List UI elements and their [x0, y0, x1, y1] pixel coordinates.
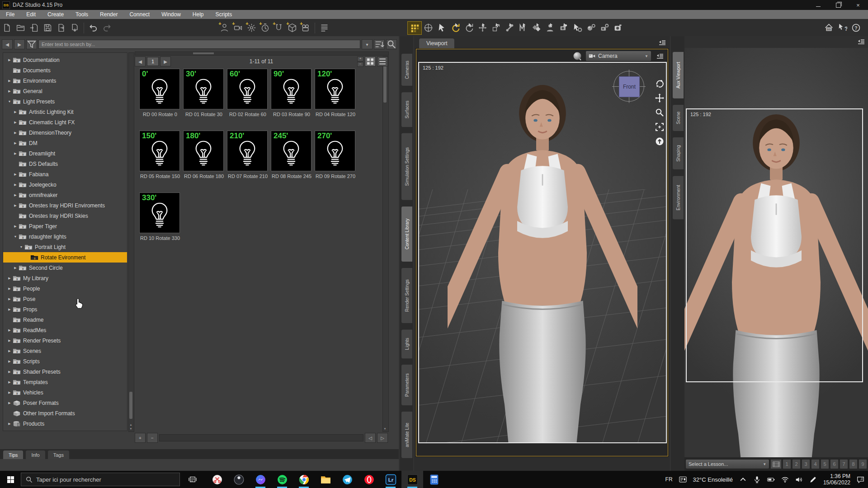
tab-tags[interactable]: Tags — [47, 450, 70, 459]
remove-item-button[interactable]: − — [147, 433, 158, 443]
expand-arrow-icon[interactable]: ▶ — [13, 131, 18, 135]
preset-item-rd-07-rotate-210[interactable]: 210'RD 07 Rotate 210 — [227, 131, 271, 192]
expand-arrow-icon[interactable]: ▶ — [7, 360, 12, 363]
open-file-icon[interactable] — [14, 22, 27, 34]
expand-arrow-icon[interactable]: ▶ — [13, 225, 18, 228]
expand-arrow-icon[interactable]: ▶ — [7, 401, 12, 405]
preset-thumbnail[interactable]: 245' — [271, 131, 311, 171]
tree-item-render-presets[interactable]: ▶sRender Presets — [3, 335, 127, 346]
nav-back-button[interactable]: ◀ — [2, 39, 13, 49]
lesson-button-2[interactable]: 2 — [792, 459, 801, 469]
menu-help[interactable]: Help — [187, 10, 210, 19]
preset-item-rd-01-rotate-30[interactable]: 30'RD 01 Rotate 30 — [183, 69, 227, 131]
viewport-options-icon[interactable] — [655, 52, 664, 60]
rotate-tool-icon[interactable] — [462, 22, 476, 34]
tree-item-artistic-lighting-kit[interactable]: ▶sArtistic Lighting Kit — [3, 107, 127, 117]
expand-arrow-icon[interactable]: ▶ — [7, 58, 12, 62]
expand-arrow-icon[interactable]: ▶ — [7, 297, 12, 301]
tab-info[interactable]: Info — [25, 450, 45, 459]
preset-item-rd-02-rotate-60[interactable]: 60'RD 02 Rotate 60 — [227, 69, 271, 131]
taskbar-search[interactable]: Taper ici pour rechercher — [21, 473, 180, 486]
lesson-button-1[interactable]: 1 — [783, 459, 791, 469]
preset-thumbnail[interactable]: 330' — [139, 192, 180, 233]
expand-arrow-icon[interactable]: ▶ — [7, 277, 12, 280]
tree-item-dm[interactable]: ▶sDM — [3, 138, 127, 148]
page-prev-button[interactable]: ◀ — [135, 56, 146, 66]
lesson-button-3[interactable]: 3 — [802, 459, 810, 469]
drag-sphere-icon[interactable] — [573, 52, 582, 61]
viewport-pane-menu[interactable] — [657, 39, 666, 46]
viewport-canvas[interactable]: Camera ▼ 125 : 192 — [416, 49, 668, 456]
taskbar-app-obs[interactable] — [228, 471, 250, 488]
wifi-icon[interactable] — [781, 476, 789, 483]
preset-item-rd-09-rotate-270[interactable]: 270'RD 09 Rotate 270 — [315, 131, 359, 192]
preset-item-rd-08-rotate-245[interactable]: 245'RD 08 Rotate 245 — [271, 131, 315, 192]
list-view-button[interactable] — [377, 56, 388, 66]
joint-editor-tool-icon[interactable] — [503, 22, 516, 34]
camera-settings-tool-icon[interactable] — [598, 22, 611, 34]
tree-item-documentation[interactable]: ▶sDocumentation — [3, 55, 127, 65]
camera-select[interactable]: Camera ▼ — [585, 51, 651, 61]
expand-arrow-icon[interactable]: ▶ — [13, 266, 18, 270]
dock-tab-scene[interactable]: Scene — [672, 104, 684, 131]
grid-view-button[interactable] — [365, 56, 376, 66]
preset-thumbnail[interactable]: 60' — [227, 69, 268, 109]
expand-arrow-icon[interactable]: ▶ — [7, 328, 12, 332]
tab-tips[interactable]: Tips — [3, 450, 24, 459]
tree-item-pose[interactable]: ▶sPose — [3, 294, 127, 304]
tree-item-vehicles[interactable]: ▶sVehicles — [3, 387, 127, 398]
preset-thumbnail[interactable]: 90' — [271, 69, 311, 109]
preset-item-rd-04-rotate-120[interactable]: 120'RD 04 Rotate 120 — [315, 69, 359, 131]
preset-thumbnail[interactable]: 0' — [139, 69, 180, 109]
filter-button[interactable] — [26, 39, 37, 49]
merge-file-icon[interactable] — [27, 22, 41, 34]
expand-arrow-icon[interactable]: ▶ — [13, 193, 18, 197]
taskbar-app-chrome[interactable] — [293, 471, 315, 488]
dock-tab-surfaces[interactable]: Surfaces — [401, 92, 413, 127]
rotate-active-tool-icon[interactable] — [448, 22, 462, 34]
taskbar-app-explorer[interactable] — [315, 471, 336, 488]
taskbar-app-opera[interactable] — [358, 471, 380, 488]
help-icon[interactable]: ? — [849, 22, 863, 34]
dock-tab-cameras[interactable]: Cameras — [401, 53, 413, 86]
preset-item-rd-03-rotate-90[interactable]: 90'RD 03 Rotate 90 — [271, 69, 315, 131]
dock-tab-shaping[interactable]: Shaping — [672, 137, 684, 170]
microphone-icon[interactable] — [753, 476, 761, 483]
task-view-button[interactable] — [184, 471, 202, 488]
taskbar-app-telegram[interactable] — [336, 471, 358, 488]
tree-item-environments[interactable]: ▶sEnvironments — [3, 75, 127, 86]
spot-render-tool-icon[interactable] — [557, 22, 571, 34]
tree-item-cinematic-light-fx[interactable]: ▶sCinematic Light FX — [3, 117, 127, 127]
expand-arrow-icon[interactable]: ▶ — [7, 308, 12, 311]
minimize-button[interactable] — [808, 0, 828, 10]
lesson-button-8[interactable]: 8 — [849, 459, 858, 469]
expand-arrow-icon[interactable]: ▶ — [13, 173, 18, 176]
items-v-scrollbar[interactable]: ▲▼ — [382, 56, 389, 432]
figure-tool-icon[interactable] — [543, 22, 557, 34]
dock-tab-environment[interactable]: Environment — [672, 175, 684, 220]
view-cube[interactable]: Front — [613, 71, 644, 102]
expand-arrow-icon[interactable]: ▶ — [7, 89, 12, 93]
expand-arrow-icon[interactable]: ▶ — [13, 204, 18, 207]
lesson-button-6[interactable]: 6 — [830, 459, 839, 469]
tree-item-fabiana[interactable]: ▶sFabiana — [3, 169, 127, 179]
create-timer-icon[interactable]: + — [258, 22, 272, 34]
tree-item-scenes[interactable]: ▶sScenes — [3, 346, 127, 356]
lesson-button-5[interactable]: 5 — [821, 459, 829, 469]
items-h-scrollbar[interactable] — [159, 434, 363, 441]
taskbar-app-spotify[interactable] — [271, 471, 293, 488]
page-number[interactable]: 1 — [147, 57, 159, 66]
collapse-arrow-icon[interactable]: ▼ — [7, 100, 12, 103]
page-next-button[interactable]: ▶ — [160, 56, 171, 66]
scroll-left-button[interactable]: ◁ — [365, 433, 376, 443]
new-file-icon[interactable] — [0, 22, 14, 34]
tree-item-products[interactable]: ▶Products — [3, 418, 127, 429]
tree-item-joelegecko[interactable]: ▶sJoelegecko — [3, 179, 127, 190]
expand-arrow-icon[interactable]: ▶ — [13, 183, 18, 187]
expand-arrow-icon[interactable]: ▶ — [13, 141, 18, 145]
tree-item-shader-presets[interactable]: ▶sShader Presets — [3, 366, 127, 377]
add-item-button[interactable]: + — [135, 433, 146, 443]
tree-item-documents[interactable]: sDocuments — [3, 65, 127, 75]
pen-icon[interactable] — [809, 476, 817, 483]
tab-viewport[interactable]: Viewport — [419, 38, 455, 48]
